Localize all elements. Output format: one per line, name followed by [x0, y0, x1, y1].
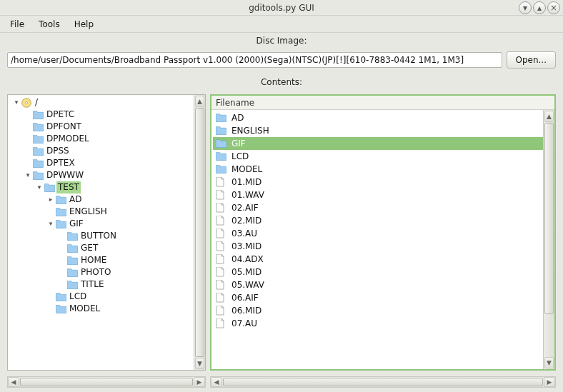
folder-icon: [55, 195, 66, 205]
expander-icon[interactable]: ▾: [46, 218, 55, 230]
svg-point-1: [25, 101, 27, 104]
tree-item[interactable]: PHOTO: [9, 266, 194, 278]
tree-item[interactable]: ▾TEST: [9, 181, 194, 194]
list-item-label: GIF: [231, 139, 246, 149]
list-item-label: 01.MID: [231, 177, 261, 187]
tree-item-label: DPMODEL: [45, 133, 91, 145]
open-button[interactable]: Open...: [507, 51, 557, 69]
tree-item[interactable]: DPETC: [9, 109, 194, 121]
file-icon: [216, 266, 229, 278]
scroll-down-icon[interactable]: ▼: [544, 357, 554, 368]
menu-tools[interactable]: Tools: [33, 17, 66, 31]
menu-bar: FileToolsHelp: [0, 16, 563, 33]
list-item[interactable]: AD: [213, 111, 543, 124]
list-item-label: 06.AIF: [231, 293, 259, 303]
folder-icon: [32, 171, 44, 181]
tree-panel: ▾/DPETCDPFONTDPMODELDPSSDPTEX▾DPWWW▾TEST…: [7, 94, 206, 371]
scroll-left-icon[interactable]: ◀: [8, 377, 19, 387]
tree-item-label: ENGLISH: [68, 206, 109, 218]
menu-file[interactable]: File: [4, 17, 30, 31]
tree-vertical-scrollbar[interactable]: ▲ ▼: [194, 95, 205, 370]
tree-item[interactable]: DPFONT: [9, 121, 194, 133]
disc-icon: [21, 98, 32, 108]
disc-image-path[interactable]: /home/user/Documents/Broadband Passport …: [7, 52, 502, 68]
tree-item[interactable]: DPSS: [9, 145, 194, 157]
scroll-up-icon[interactable]: ▲: [195, 96, 204, 107]
folder-icon: [216, 164, 229, 175]
tree-item-label: DPETC: [45, 109, 76, 121]
tree-item-label: HOME: [79, 254, 108, 266]
tree-item[interactable]: LCD: [9, 291, 194, 303]
expander-icon[interactable]: ▸: [46, 194, 55, 206]
tree-item[interactable]: DPMODEL: [9, 133, 194, 145]
folder-icon: [55, 207, 66, 217]
list-item[interactable]: 03.AU: [213, 227, 543, 240]
file-icon: [216, 215, 229, 226]
tree-item[interactable]: DPTEX: [9, 157, 194, 169]
tree-item[interactable]: TITLE: [9, 278, 194, 291]
list-item[interactable]: 02.MID: [213, 214, 543, 227]
filename-column-header[interactable]: Filename: [211, 96, 554, 110]
list-item[interactable]: 06.MID: [213, 304, 543, 317]
list-item-label: MODEL: [231, 164, 262, 174]
tree-item-label: MODEL: [68, 303, 101, 315]
tree-item-label: BUTTON: [79, 230, 118, 242]
tree-item[interactable]: MODEL: [9, 303, 194, 315]
scroll-left-icon[interactable]: ◀: [211, 377, 222, 387]
file-icon: [216, 202, 229, 213]
file-icon: [216, 292, 229, 303]
scroll-down-icon[interactable]: ▼: [195, 358, 204, 369]
list-item[interactable]: 05.WAV: [213, 278, 543, 291]
scroll-right-icon[interactable]: ▶: [544, 377, 555, 387]
list-horizontal-scrollbar[interactable]: ◀ ▶: [210, 376, 556, 388]
file-list[interactable]: ADENGLISHGIFLCDMODEL01.MID01.WAV02.AIF02…: [211, 110, 543, 369]
tree-item[interactable]: ENGLISH: [9, 206, 194, 218]
close-icon: ×: [550, 3, 557, 13]
menu-help[interactable]: Help: [69, 17, 99, 31]
minimize-icon: ▾: [523, 3, 527, 13]
minimize-button[interactable]: ▾: [519, 1, 532, 14]
maximize-button[interactable]: ▴: [533, 1, 546, 14]
tree-item[interactable]: HOME: [9, 254, 194, 266]
list-item[interactable]: ENGLISH: [213, 124, 543, 137]
list-item[interactable]: 04.ADX: [213, 253, 543, 266]
list-item[interactable]: LCD: [213, 150, 543, 163]
list-item[interactable]: 02.AIF: [213, 201, 543, 214]
folder-tree[interactable]: ▾/DPETCDPFONTDPMODELDPSSDPTEX▾DPWWW▾TEST…: [8, 95, 194, 370]
folder-icon: [216, 138, 229, 149]
list-item[interactable]: 01.WAV: [213, 189, 543, 201]
expander-icon[interactable]: ▾: [24, 169, 32, 181]
tree-item[interactable]: BUTTON: [9, 230, 194, 242]
tree-item-label: TEST: [56, 181, 81, 194]
file-icon: [216, 318, 229, 329]
tree-item[interactable]: ▾GIF: [9, 218, 194, 230]
tree-item-label: /: [34, 96, 39, 109]
tree-item[interactable]: ▸AD: [9, 194, 194, 206]
list-item[interactable]: MODEL: [213, 163, 543, 176]
tree-item-label: AD: [68, 194, 83, 206]
folder-icon: [32, 159, 44, 169]
tree-item[interactable]: GET: [9, 242, 194, 254]
list-item[interactable]: 05.MID: [213, 266, 543, 278]
folder-icon: [66, 280, 78, 290]
list-item[interactable]: 07.AU: [213, 317, 543, 330]
title-bar: gditools.py GUI ▾ ▴ ×: [0, 0, 563, 16]
tree-item[interactable]: ▾/: [9, 96, 194, 109]
tree-horizontal-scrollbar[interactable]: ◀ ▶: [7, 376, 206, 388]
list-item[interactable]: GIF: [213, 137, 543, 150]
expander-icon[interactable]: ▾: [35, 181, 44, 194]
list-vertical-scrollbar[interactable]: ▲ ▼: [543, 110, 554, 369]
tree-item-label: PHOTO: [79, 266, 112, 278]
scroll-up-icon[interactable]: ▲: [544, 111, 554, 122]
file-icon: [216, 253, 229, 265]
tree-item[interactable]: ▾DPWWW: [9, 169, 194, 181]
file-icon: [216, 228, 229, 239]
list-item[interactable]: 01.MID: [213, 176, 543, 189]
list-item-label: ENGLISH: [231, 126, 269, 136]
scroll-right-icon[interactable]: ▶: [194, 377, 205, 387]
list-item[interactable]: 03.MID: [213, 240, 543, 253]
close-button[interactable]: ×: [547, 1, 560, 14]
expander-icon[interactable]: ▾: [12, 96, 21, 109]
list-item[interactable]: 06.AIF: [213, 291, 543, 304]
list-item-label: 03.AU: [231, 228, 257, 238]
